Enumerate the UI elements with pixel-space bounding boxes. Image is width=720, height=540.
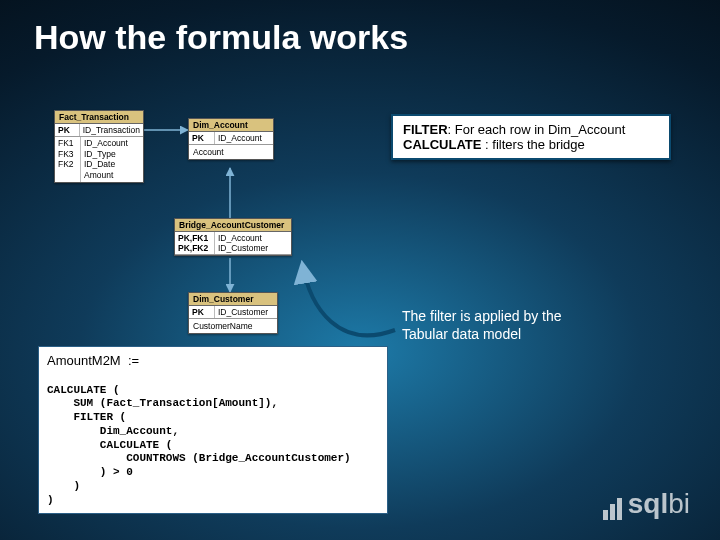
annotation-text: The filter is applied by the Tabular dat… [402,308,562,343]
logo-bars-icon [603,498,622,520]
pk-field: ID_Transaction [80,124,143,136]
pk-label: PK,FK1 PK,FK2 [175,232,215,254]
field-list: CustomerName [189,319,277,333]
sqlbi-logo: sqlbi [603,488,690,520]
entity-header: Fact_Transaction [55,111,143,124]
callout-line-1: FILTER: For each row in Dim_Account [403,122,659,137]
pk-field: ID_Account ID_Customer [215,232,291,254]
measure-name: AmountM2M := [47,353,139,368]
pk-field: ID_Account [215,132,273,144]
entity-fact-transaction: Fact_Transaction PK ID_Transaction FK1 F… [54,110,144,183]
entity-dim-customer: Dim_Customer PK ID_Customer CustomerName [188,292,278,334]
field-list: Account [189,145,273,159]
fk-labels: FK1 FK3 FK2 [55,137,81,182]
pk-label: PK [189,132,215,144]
entity-dim-account: Dim_Account PK ID_Account Account [188,118,274,160]
field-list: ID_Account ID_Type ID_Date Amount [81,137,143,182]
entity-bridge: Bridge_AccountCustomer PK,FK1 PK,FK2 ID_… [174,218,292,256]
entity-header: Dim_Account [189,119,273,132]
slide-title: How the formula works [34,18,408,57]
pk-field: ID_Customer [215,306,277,318]
callout-line-2: CALCULATE : filters the bridge [403,137,659,152]
dax-code: AmountM2M := CALCULATE ( SUM (Fact_Trans… [38,346,388,514]
pk-label: PK [55,124,80,136]
pk-label: PK [189,306,215,318]
callout-box: FILTER: For each row in Dim_Account CALC… [391,114,671,160]
code-body: CALCULATE ( SUM (Fact_Transaction[Amount… [47,384,351,506]
logo-text: sqlbi [628,488,690,520]
entity-header: Bridge_AccountCustomer [175,219,291,232]
entity-header: Dim_Customer [189,293,277,306]
